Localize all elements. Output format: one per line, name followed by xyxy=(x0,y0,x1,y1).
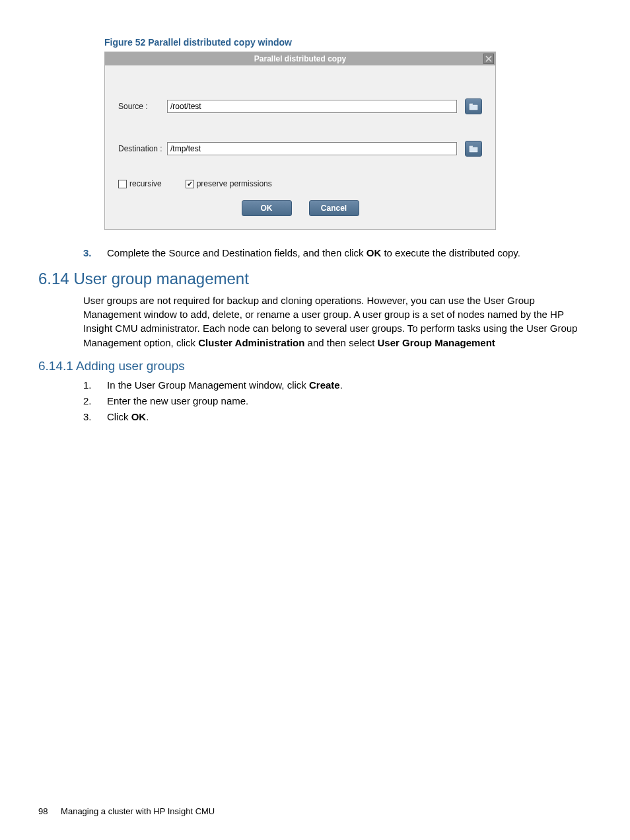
step-number: 3. xyxy=(83,246,107,260)
figure-caption: Figure 52 Parallel distributed copy wind… xyxy=(104,37,592,48)
list-item: 1. In the User Group Management window, … xyxy=(83,377,592,393)
source-browse-button[interactable] xyxy=(465,98,482,114)
ordered-list: 1. In the User Group Management window, … xyxy=(83,377,592,425)
close-button[interactable] xyxy=(483,54,494,64)
source-label: Source : xyxy=(118,102,167,111)
close-icon xyxy=(485,56,492,62)
recursive-label: recursive xyxy=(129,179,162,188)
list-item: 2. Enter the new user group name. xyxy=(83,393,592,409)
list-item: 3. Click OK. xyxy=(83,409,592,425)
destination-label: Destination : xyxy=(118,144,167,153)
step-3: 3. Complete the Source and Destination f… xyxy=(83,246,592,260)
section-heading: 6.14 User group management xyxy=(38,270,592,288)
ok-button[interactable]: OK xyxy=(242,200,292,216)
step-text: Complete the Source and Destination fiel… xyxy=(107,246,592,260)
preserve-checkbox[interactable]: ✔ xyxy=(186,180,194,188)
folder-icon xyxy=(469,103,478,110)
destination-browse-button[interactable] xyxy=(465,141,482,157)
dialog-title: Parallel distributed copy xyxy=(254,54,346,63)
page-number: 98 xyxy=(38,806,48,816)
section-paragraph: User groups are not required for backup … xyxy=(83,293,592,350)
dialog-titlebar: Parallel distributed copy xyxy=(105,52,495,65)
folder-icon xyxy=(469,145,478,153)
recursive-checkbox[interactable] xyxy=(118,180,127,188)
destination-input[interactable] xyxy=(167,142,457,155)
cancel-button[interactable]: Cancel xyxy=(309,200,359,216)
page-footer: 98 Managing a cluster with HP Insight CM… xyxy=(38,806,215,816)
footer-title: Managing a cluster with HP Insight CMU xyxy=(61,806,215,816)
subsection-heading: 6.14.1 Adding user groups xyxy=(38,359,592,373)
source-input[interactable] xyxy=(167,100,457,113)
preserve-label: preserve permissions xyxy=(197,179,272,188)
dialog-window: Parallel distributed copy Source : Desti… xyxy=(104,52,496,230)
